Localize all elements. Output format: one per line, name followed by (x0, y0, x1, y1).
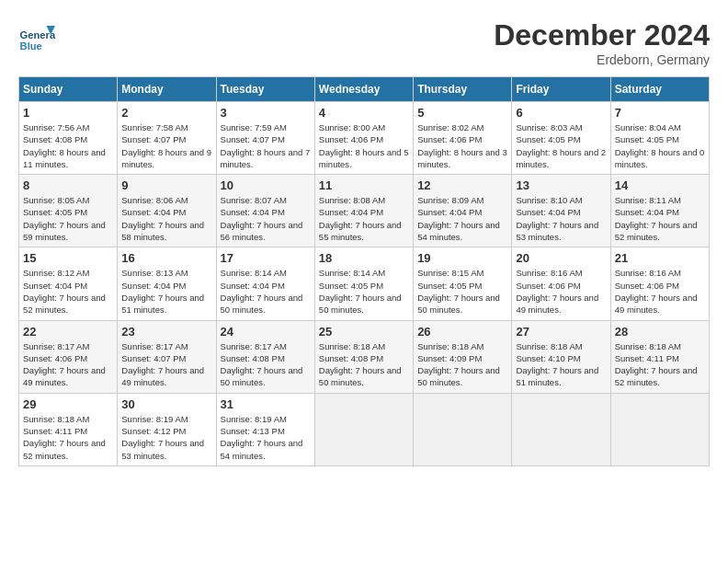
logo-icon: General Blue (18, 18, 55, 55)
day-number: 30 (121, 397, 211, 411)
day-number: 14 (615, 178, 705, 192)
day-info: Sunrise: 8:18 AMSunset: 4:08 PMDaylight:… (319, 340, 409, 389)
calendar-cell (314, 393, 413, 465)
day-info: Sunrise: 8:19 AMSunset: 4:13 PMDaylight:… (221, 413, 311, 462)
calendar-cell: 10 Sunrise: 8:07 AMSunset: 4:04 PMDaylig… (216, 175, 314, 247)
day-number: 24 (221, 325, 311, 339)
calendar-cell: 31 Sunrise: 8:19 AMSunset: 4:13 PMDaylig… (216, 393, 314, 465)
calendar-cell: 19 Sunrise: 8:15 AMSunset: 4:05 PMDaylig… (414, 247, 512, 320)
day-number: 15 (23, 251, 113, 265)
day-info: Sunrise: 8:18 AMSunset: 4:10 PMDaylight:… (516, 340, 606, 389)
day-info: Sunrise: 8:10 AMSunset: 4:04 PMDaylight:… (516, 194, 606, 243)
day-number: 3 (221, 106, 311, 120)
day-number: 28 (615, 325, 705, 339)
calendar-cell: 23 Sunrise: 8:17 AMSunset: 4:07 PMDaylig… (118, 320, 216, 393)
title-area: December 2024 Erdeborn, Germany (494, 18, 710, 67)
day-number: 17 (221, 251, 311, 265)
day-number: 11 (319, 178, 409, 192)
day-info: Sunrise: 8:06 AMSunset: 4:04 PMDaylight:… (121, 194, 211, 243)
day-info: Sunrise: 8:05 AMSunset: 4:05 PMDaylight:… (23, 194, 113, 243)
day-number: 19 (417, 251, 507, 265)
calendar-cell: 26 Sunrise: 8:18 AMSunset: 4:09 PMDaylig… (414, 320, 512, 393)
day-info: Sunrise: 8:03 AMSunset: 4:05 PMDaylight:… (516, 121, 606, 170)
calendar-cell: 30 Sunrise: 8:19 AMSunset: 4:12 PMDaylig… (118, 393, 216, 465)
day-number: 31 (221, 397, 311, 411)
col-saturday: Saturday (610, 77, 709, 102)
location-subtitle: Erdeborn, Germany (494, 52, 710, 67)
calendar-cell: 8 Sunrise: 8:05 AMSunset: 4:05 PMDayligh… (19, 175, 118, 247)
day-number: 29 (23, 397, 113, 411)
svg-text:Blue: Blue (20, 40, 42, 52)
day-info: Sunrise: 8:14 AMSunset: 4:04 PMDaylight:… (221, 267, 311, 316)
day-info: Sunrise: 8:16 AMSunset: 4:06 PMDaylight:… (516, 267, 606, 316)
calendar-cell: 11 Sunrise: 8:08 AMSunset: 4:04 PMDaylig… (314, 175, 413, 247)
day-info: Sunrise: 8:17 AMSunset: 4:06 PMDaylight:… (23, 340, 113, 389)
day-number: 1 (23, 106, 113, 120)
day-info: Sunrise: 8:15 AMSunset: 4:05 PMDaylight:… (417, 267, 507, 316)
day-number: 18 (319, 251, 409, 265)
calendar-cell: 24 Sunrise: 8:17 AMSunset: 4:08 PMDaylig… (216, 320, 314, 393)
day-info: Sunrise: 8:12 AMSunset: 4:04 PMDaylight:… (23, 267, 113, 316)
calendar-cell: 14 Sunrise: 8:11 AMSunset: 4:04 PMDaylig… (610, 175, 709, 247)
calendar-cell: 15 Sunrise: 8:12 AMSunset: 4:04 PMDaylig… (19, 247, 118, 320)
calendar-row: 22 Sunrise: 8:17 AMSunset: 4:06 PMDaylig… (19, 320, 710, 393)
calendar-cell: 21 Sunrise: 8:16 AMSunset: 4:06 PMDaylig… (610, 247, 709, 320)
calendar-cell: 2 Sunrise: 7:58 AMSunset: 4:07 PMDayligh… (118, 102, 216, 175)
day-number: 7 (615, 106, 705, 120)
calendar-cell: 12 Sunrise: 8:09 AMSunset: 4:04 PMDaylig… (414, 175, 512, 247)
calendar-row: 8 Sunrise: 8:05 AMSunset: 4:05 PMDayligh… (19, 175, 710, 247)
calendar-cell: 13 Sunrise: 8:10 AMSunset: 4:04 PMDaylig… (512, 175, 610, 247)
calendar-cell: 18 Sunrise: 8:14 AMSunset: 4:05 PMDaylig… (314, 247, 413, 320)
logo: General Blue (18, 18, 59, 55)
day-number: 23 (121, 325, 211, 339)
day-number: 13 (516, 178, 606, 192)
calendar-cell: 4 Sunrise: 8:00 AMSunset: 4:06 PMDayligh… (314, 102, 413, 175)
day-info: Sunrise: 8:18 AMSunset: 4:11 PMDaylight:… (615, 340, 705, 389)
calendar-cell: 25 Sunrise: 8:18 AMSunset: 4:08 PMDaylig… (314, 320, 413, 393)
day-info: Sunrise: 8:13 AMSunset: 4:04 PMDaylight:… (121, 267, 211, 316)
day-info: Sunrise: 8:18 AMSunset: 4:09 PMDaylight:… (417, 340, 507, 389)
day-info: Sunrise: 8:02 AMSunset: 4:06 PMDaylight:… (417, 121, 507, 170)
col-tuesday: Tuesday (216, 77, 314, 102)
calendar-cell: 6 Sunrise: 8:03 AMSunset: 4:05 PMDayligh… (512, 102, 610, 175)
day-number: 12 (417, 178, 507, 192)
day-info: Sunrise: 8:09 AMSunset: 4:04 PMDaylight:… (417, 194, 507, 243)
day-info: Sunrise: 8:07 AMSunset: 4:04 PMDaylight:… (221, 194, 311, 243)
col-thursday: Thursday (414, 77, 512, 102)
day-info: Sunrise: 8:16 AMSunset: 4:06 PMDaylight:… (615, 267, 705, 316)
calendar-cell: 16 Sunrise: 8:13 AMSunset: 4:04 PMDaylig… (118, 247, 216, 320)
day-number: 9 (121, 178, 211, 192)
calendar-cell: 20 Sunrise: 8:16 AMSunset: 4:06 PMDaylig… (512, 247, 610, 320)
calendar-cell: 27 Sunrise: 8:18 AMSunset: 4:10 PMDaylig… (512, 320, 610, 393)
col-friday: Friday (512, 77, 610, 102)
col-monday: Monday (118, 77, 216, 102)
calendar-cell: 28 Sunrise: 8:18 AMSunset: 4:11 PMDaylig… (610, 320, 709, 393)
calendar-row: 29 Sunrise: 8:18 AMSunset: 4:11 PMDaylig… (19, 393, 710, 465)
calendar-cell: 3 Sunrise: 7:59 AMSunset: 4:07 PMDayligh… (216, 102, 314, 175)
calendar-header-row: Sunday Monday Tuesday Wednesday Thursday… (19, 77, 710, 102)
day-number: 16 (121, 251, 211, 265)
col-sunday: Sunday (19, 77, 118, 102)
calendar-cell: 1 Sunrise: 7:56 AMSunset: 4:08 PMDayligh… (19, 102, 118, 175)
day-number: 2 (121, 106, 211, 120)
calendar-cell: 9 Sunrise: 8:06 AMSunset: 4:04 PMDayligh… (118, 175, 216, 247)
calendar-cell (414, 393, 512, 465)
day-number: 6 (516, 106, 606, 120)
day-info: Sunrise: 8:08 AMSunset: 4:04 PMDaylight:… (319, 194, 409, 243)
day-info: Sunrise: 7:56 AMSunset: 4:08 PMDaylight:… (23, 121, 113, 170)
calendar-cell: 5 Sunrise: 8:02 AMSunset: 4:06 PMDayligh… (414, 102, 512, 175)
calendar-cell (610, 393, 709, 465)
month-title: December 2024 (494, 18, 710, 52)
day-number: 25 (319, 325, 409, 339)
calendar-cell: 7 Sunrise: 8:04 AMSunset: 4:05 PMDayligh… (610, 102, 709, 175)
day-number: 27 (516, 325, 606, 339)
day-number: 22 (23, 325, 113, 339)
day-number: 20 (516, 251, 606, 265)
calendar-cell: 22 Sunrise: 8:17 AMSunset: 4:06 PMDaylig… (19, 320, 118, 393)
day-number: 5 (417, 106, 507, 120)
day-info: Sunrise: 7:59 AMSunset: 4:07 PMDaylight:… (221, 121, 311, 170)
day-info: Sunrise: 8:17 AMSunset: 4:07 PMDaylight:… (121, 340, 211, 389)
day-info: Sunrise: 8:18 AMSunset: 4:11 PMDaylight:… (23, 413, 113, 462)
day-info: Sunrise: 8:17 AMSunset: 4:08 PMDaylight:… (221, 340, 311, 389)
day-number: 26 (417, 325, 507, 339)
